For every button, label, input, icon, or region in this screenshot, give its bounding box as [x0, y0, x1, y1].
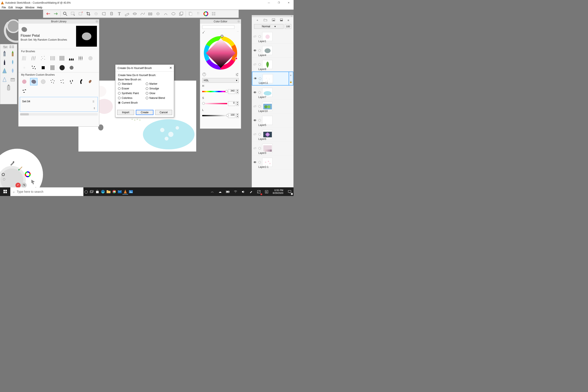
h-spin[interactable]: ▲▼: [236, 89, 239, 94]
eye-icon[interactable]: [253, 119, 257, 122]
eyedropper-icon[interactable]: [202, 30, 205, 34]
layer-radio[interactable]: [258, 161, 261, 164]
create-button[interactable]: Create: [136, 110, 153, 115]
sketchbook-icon[interactable]: [122, 189, 128, 194]
brushes-icon[interactable]: [187, 10, 194, 17]
brush-item[interactable]: [40, 54, 47, 62]
volume-icon[interactable]: [240, 189, 246, 194]
layer-row[interactable]: Layer1: [252, 30, 293, 44]
brush-item[interactable]: [68, 64, 75, 71]
close-button[interactable]: ✕: [284, 0, 294, 5]
task-view-icon[interactable]: [89, 189, 94, 194]
brush-item[interactable]: [21, 88, 28, 95]
paintbrush-icon[interactable]: [18, 165, 24, 171]
s-value[interactable]: 0: [228, 101, 235, 106]
select-rect-icon[interactable]: [70, 10, 76, 17]
brush-tool-icon[interactable]: [10, 50, 16, 57]
expand-arrows-icon[interactable]: ⇕: [93, 107, 96, 110]
radio-eraser[interactable]: Eraser: [118, 87, 144, 90]
mail-icon[interactable]: [117, 189, 122, 194]
brush-item[interactable]: [30, 64, 38, 71]
brush-item[interactable]: [77, 78, 85, 85]
wifi-icon[interactable]: [233, 189, 238, 194]
layer-row[interactable]: Layer5: [252, 114, 293, 128]
layer-row[interactable]: Layer8: [252, 58, 293, 72]
brush-props-icon[interactable]: [3, 46, 8, 48]
bg-color-icon[interactable]: [280, 18, 283, 22]
hue-indicator[interactable]: [235, 57, 238, 60]
ruler-icon[interactable]: [124, 10, 130, 17]
folder-icon[interactable]: [264, 18, 267, 22]
water-tool-icon[interactable]: [10, 68, 16, 74]
undo-button[interactable]: [45, 10, 51, 17]
menu-help[interactable]: Help: [36, 6, 43, 10]
perspective-icon[interactable]: [147, 10, 154, 17]
brush-item[interactable]: [40, 78, 47, 85]
pen-tool-icon[interactable]: [1, 59, 8, 65]
taskbar-clock[interactable]: 6:55 PM 8/29/2020: [272, 189, 284, 194]
brush-item[interactable]: [49, 54, 56, 62]
brush-item[interactable]: [21, 54, 28, 62]
layer-radio[interactable]: [258, 119, 261, 122]
brush-item[interactable]: [49, 64, 56, 71]
distort-icon[interactable]: [100, 10, 107, 17]
brush-item[interactable]: [49, 78, 56, 85]
lagoon-redo-icon[interactable]: ↷: [22, 183, 27, 188]
panel-close-icon[interactable]: [238, 20, 240, 22]
edge-icon[interactable]: [100, 189, 106, 194]
transform-icon[interactable]: [93, 10, 99, 17]
eye-off-icon[interactable]: [253, 147, 257, 150]
layer-row[interactable]: Layer3: [252, 142, 293, 156]
chrome-icon[interactable]: [111, 189, 117, 194]
taskbar-search[interactable]: ⌕Type here to search: [10, 188, 84, 196]
ime-icon[interactable]: [256, 189, 262, 194]
menu-image[interactable]: Image: [14, 6, 24, 10]
color-mode-select[interactable]: HSL▾: [202, 78, 239, 83]
layer-radio[interactable]: [258, 49, 261, 52]
layer-radio[interactable]: [258, 133, 261, 136]
hammer-icon[interactable]: [9, 160, 15, 166]
cancel-button[interactable]: Cancel: [155, 110, 172, 115]
layer-radio[interactable]: [259, 77, 261, 80]
pen-tray-icon[interactable]: [248, 189, 254, 194]
l-slider[interactable]: [202, 115, 227, 116]
blend-mode-select[interactable]: Normal▾: [254, 24, 284, 29]
add-layer-icon[interactable]: ＋: [256, 18, 259, 22]
menu-edit[interactable]: Edit: [8, 6, 14, 10]
radio-current-brush[interactable]: Current Brush: [118, 101, 171, 104]
eye-off-icon[interactable]: [253, 35, 257, 38]
symmetry-icon[interactable]: [155, 10, 161, 17]
color-swatch[interactable]: [202, 25, 234, 29]
radio-standard[interactable]: Standard: [118, 82, 144, 85]
select-clear-icon[interactable]: ✕: [77, 10, 84, 17]
tray-chevron-icon[interactable]: ︿: [210, 189, 215, 194]
zoom-icon[interactable]: [62, 10, 68, 17]
brush-item-selected[interactable]: [30, 78, 38, 85]
notifications-icon[interactable]: 2: [287, 189, 292, 194]
marker-tool-icon[interactable]: [1, 68, 8, 74]
brush-scroll-strip[interactable]: [20, 113, 98, 116]
layer-radio[interactable]: [258, 91, 261, 94]
opacity-value[interactable]: 100: [285, 24, 291, 29]
scroll-thumb[interactable]: [20, 113, 29, 116]
eraser-tool-icon[interactable]: [10, 76, 16, 82]
h-value[interactable]: 340: [228, 89, 235, 94]
panel-close-icon[interactable]: [291, 16, 292, 17]
sliders-icon[interactable]: [235, 73, 239, 76]
minimize-button[interactable]: —: [264, 0, 274, 5]
eye-icon[interactable]: [253, 161, 257, 164]
maximize-button[interactable]: ❐: [274, 0, 284, 5]
layer-row[interactable]: Layer11≡🔒: [252, 72, 293, 86]
s-slider[interactable]: [202, 103, 227, 104]
battery-icon[interactable]: [225, 189, 230, 194]
layer-radio[interactable]: [258, 147, 261, 150]
eye-off-icon[interactable]: [253, 133, 257, 136]
brush-item[interactable]: [30, 54, 38, 62]
brush-item[interactable]: [68, 54, 75, 62]
menu-window[interactable]: Window: [24, 6, 35, 10]
brush-item[interactable]: [40, 64, 47, 71]
eye-icon[interactable]: [254, 77, 258, 80]
layer-radio[interactable]: [258, 105, 261, 108]
sv-indicator[interactable]: [221, 35, 223, 38]
layer-row[interactable]: Layer6: [252, 128, 293, 142]
